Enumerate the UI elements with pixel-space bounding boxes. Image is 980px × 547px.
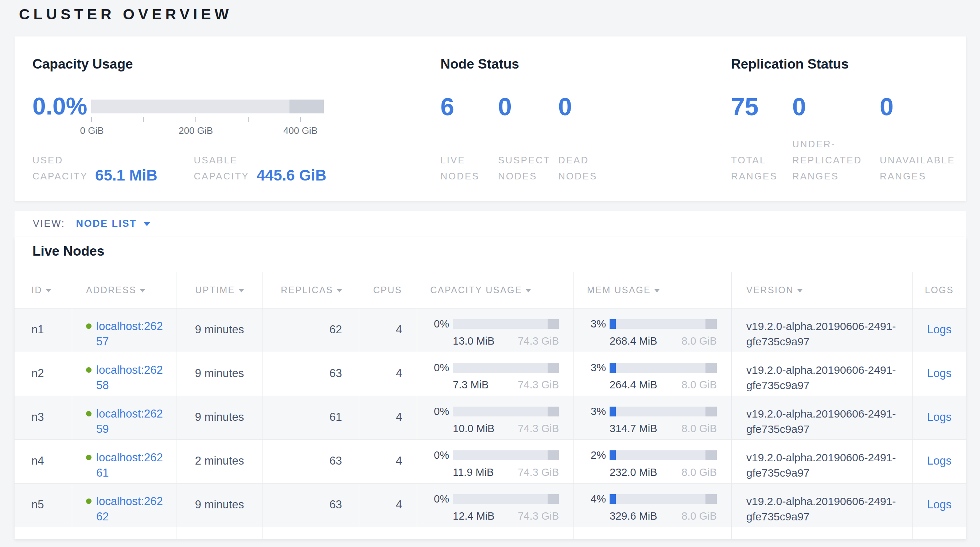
mem-bar-reserved: [705, 319, 717, 329]
mem-bar-reserved: [705, 407, 717, 417]
live-status-icon: [86, 455, 92, 460]
stat-label-line: RANGES: [731, 168, 778, 184]
stat-label-line: NODES: [498, 168, 550, 184]
capacity-bar-reserved: [547, 363, 559, 373]
capacity-bar-reserved: [547, 319, 559, 329]
mem-total: 8.0 GiB: [681, 423, 717, 435]
capacity-used: 12.4 MiB: [453, 510, 495, 522]
stat-label-line: LIVE: [441, 152, 479, 168]
replication-status-section: Replication Status 75 TOTAL RANGES 0 UND…: [731, 57, 968, 184]
node-version: v19.2.0-alpha.20190606-2491- gfe735c9a97: [731, 396, 912, 439]
mem-bar-fill: [609, 407, 616, 417]
capacity-bar: [453, 494, 559, 504]
mem-usage-cell: 2% 232.0 MiB8.0 GiB: [573, 440, 731, 483]
live-status-icon: [86, 323, 92, 329]
table-row: n1 localhost:262 57 9 minutes 62 4 0% 13…: [14, 308, 966, 352]
table-row: n4 localhost:262 61 2 minutes 63 4 0% 11…: [14, 439, 966, 483]
node-address-link[interactable]: localhost:262 61: [96, 450, 163, 481]
node-address-link[interactable]: localhost:262 62: [96, 494, 163, 525]
mem-bar-fill: [609, 319, 616, 329]
mem-percent: 3%: [587, 318, 609, 330]
logs-link[interactable]: Logs: [927, 323, 951, 336]
capacity-percent: 0%: [430, 405, 453, 418]
capacity-total: 74.3 GiB: [518, 466, 559, 479]
capacity-used: 10.0 MiB: [453, 423, 495, 435]
column-header-uptime[interactable]: UPTIME: [176, 272, 262, 308]
mem-bar-fill: [609, 450, 616, 460]
mem-bar: [609, 494, 717, 504]
mem-bar-fill: [609, 494, 616, 504]
sort-descending-icon: [140, 289, 145, 293]
mem-percent: 2%: [587, 449, 609, 461]
usable-capacity-label-line: CAPACITY: [194, 168, 250, 184]
stat-label-line: REPLICATED: [792, 152, 862, 168]
column-header-mem-usage[interactable]: MEM USAGE: [573, 272, 731, 308]
logs-link[interactable]: Logs: [927, 498, 951, 511]
node-address-cell: localhost:262 59: [72, 396, 176, 439]
usable-capacity-value: 445.6 GiB: [257, 167, 326, 184]
node-address-cell: localhost:262 62: [72, 483, 176, 527]
node-replicas: 62: [262, 308, 359, 352]
mem-usage-cell: 3% 314.7 MiB8.0 GiB: [573, 396, 731, 439]
column-header-capacity-usage[interactable]: CAPACITY USAGE: [417, 272, 573, 308]
view-dropdown[interactable]: NODE LIST: [76, 218, 151, 229]
stat-label-line: UNDER-: [792, 136, 862, 152]
column-header-replicas[interactable]: REPLICAS: [262, 272, 359, 308]
mem-total: 8.0 GiB: [681, 379, 717, 391]
logs-link[interactable]: Logs: [927, 367, 951, 380]
dead-nodes-count: 0: [558, 92, 572, 121]
unavailable-ranges-count: 0: [880, 92, 894, 121]
live-nodes-count: 6: [441, 92, 454, 121]
capacity-used: 13.0 MiB: [453, 335, 495, 347]
column-header-version[interactable]: VERSION: [731, 272, 912, 308]
node-uptime: 9 minutes: [176, 483, 262, 527]
column-header-id[interactable]: ID: [14, 272, 72, 308]
stat-label-line: NODES: [558, 168, 597, 184]
node-replicas: 63: [262, 352, 359, 396]
mem-bar: [609, 363, 717, 373]
mem-percent: 3%: [587, 405, 609, 418]
mem-usage-cell: 3% 264.4 MiB8.0 GiB: [573, 352, 731, 396]
sort-descending-icon: [239, 289, 244, 293]
node-uptime: 2 minutes: [176, 440, 262, 483]
capacity-usage-cell: 0% 11.9 MiB74.3 GiB: [417, 440, 573, 483]
capacity-total: 74.3 GiB: [518, 379, 559, 391]
node-address-cell: localhost:262 61: [72, 440, 176, 483]
capacity-used-percent: 0.0%: [32, 92, 87, 120]
node-address-link[interactable]: localhost:262 59: [96, 406, 163, 437]
node-cpus: 4: [359, 308, 417, 352]
mem-bar: [609, 450, 717, 460]
node-replicas: 63: [262, 440, 359, 483]
table-header-row: ID ADDRESS UPTIME REPLICAS CPUS CAPACITY…: [14, 272, 966, 308]
usable-capacity-stat: USABLE CAPACITY 445.6 GiB: [194, 152, 327, 184]
capacity-usage-cell: 0% 12.4 MiB74.3 GiB: [417, 483, 573, 527]
used-capacity-label-line: CAPACITY: [32, 168, 88, 184]
sort-descending-icon: [337, 289, 342, 293]
mem-bar-reserved: [705, 363, 717, 373]
capacity-percent: 0%: [430, 493, 453, 505]
live-status-icon: [86, 367, 92, 373]
logs-link[interactable]: Logs: [927, 410, 951, 423]
node-address-link[interactable]: localhost:262 57: [96, 319, 163, 349]
logs-link[interactable]: Logs: [927, 454, 951, 467]
view-selector-bar: VIEW: NODE LIST: [14, 211, 966, 237]
stat-label-line: RANGES: [880, 168, 955, 184]
capacity-used: 11.9 MiB: [453, 466, 494, 479]
node-address-link[interactable]: localhost:262 58: [96, 363, 163, 393]
mem-usage-cell: 3% 268.4 MiB8.0 GiB: [573, 308, 731, 352]
replication-status-title: Replication Status: [731, 57, 968, 72]
sort-descending-icon: [654, 289, 660, 293]
mem-usage-cell: 4% 329.6 MiB8.0 GiB: [573, 483, 731, 527]
stat-label-line: NODES: [441, 168, 479, 184]
capacity-bar-reserved: [547, 494, 559, 504]
mem-used: 314.7 MiB: [609, 423, 657, 435]
table-row: n3 localhost:262 59 9 minutes 61 4 0% 10…: [14, 396, 966, 439]
cluster-summary-card: Capacity Usage 0.0% 0 GiB 200 GiB 400 Gi…: [14, 37, 966, 201]
capacity-gauge-reserved-segment: [290, 100, 324, 113]
capacity-usage-cell: 0% 10.0 MiB74.3 GiB: [417, 396, 573, 439]
capacity-bar: [453, 450, 559, 460]
column-header-address[interactable]: ADDRESS: [72, 272, 176, 308]
used-capacity-value: 65.1 MiB: [95, 167, 157, 184]
capacity-total: 74.3 GiB: [518, 510, 559, 522]
capacity-bar-reserved: [547, 450, 559, 460]
